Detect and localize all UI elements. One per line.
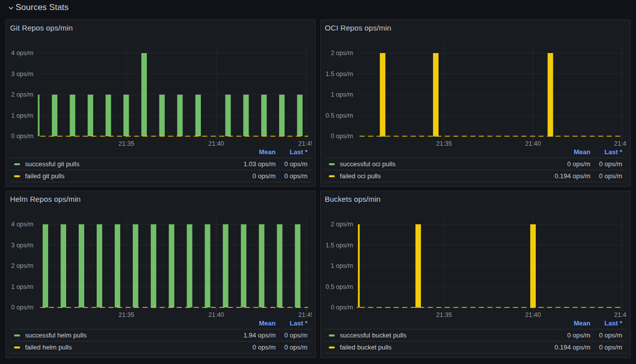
- svg-text:0 ops/m: 0 ops/m: [331, 133, 353, 140]
- svg-text:21:45: 21:45: [614, 311, 626, 318]
- svg-text:21:35: 21:35: [436, 311, 452, 318]
- svg-text:0.5 ops/m: 0.5 ops/m: [326, 112, 353, 119]
- svg-text:2 ops/m: 2 ops/m: [331, 221, 353, 228]
- svg-text:2 ops/m: 2 ops/m: [331, 50, 353, 57]
- svg-text:21:35: 21:35: [436, 140, 452, 147]
- svg-text:0 ops/m: 0 ops/m: [11, 304, 33, 311]
- svg-text:1 ops/m: 1 ops/m: [331, 91, 353, 98]
- svg-text:21:45: 21:45: [614, 140, 626, 147]
- svg-text:1 ops/m: 1 ops/m: [11, 112, 33, 119]
- svg-text:0 ops/m: 0 ops/m: [11, 133, 33, 140]
- svg-text:21:40: 21:40: [208, 140, 224, 147]
- svg-text:0 ops/m: 0 ops/m: [331, 304, 353, 311]
- svg-text:21:45: 21:45: [298, 311, 312, 318]
- svg-text:21:40: 21:40: [525, 140, 541, 147]
- svg-text:2 ops/m: 2 ops/m: [11, 91, 33, 98]
- svg-text:21:35: 21:35: [119, 140, 134, 147]
- svg-text:1.5 ops/m: 1.5 ops/m: [326, 71, 353, 78]
- svg-text:0.5 ops/m: 0.5 ops/m: [326, 283, 353, 290]
- svg-text:21:45: 21:45: [298, 140, 312, 147]
- svg-text:2 ops/m: 2 ops/m: [11, 262, 33, 269]
- svg-text:1.5 ops/m: 1.5 ops/m: [326, 242, 353, 249]
- svg-text:3 ops/m: 3 ops/m: [11, 242, 33, 249]
- svg-text:4 ops/m: 4 ops/m: [11, 50, 33, 57]
- svg-text:3 ops/m: 3 ops/m: [11, 71, 33, 78]
- svg-text:21:35: 21:35: [119, 311, 134, 318]
- svg-text:21:40: 21:40: [525, 311, 541, 318]
- svg-text:4 ops/m: 4 ops/m: [11, 221, 33, 228]
- svg-text:1 ops/m: 1 ops/m: [11, 283, 33, 290]
- svg-text:21:40: 21:40: [208, 311, 224, 318]
- svg-text:1 ops/m: 1 ops/m: [331, 262, 353, 269]
